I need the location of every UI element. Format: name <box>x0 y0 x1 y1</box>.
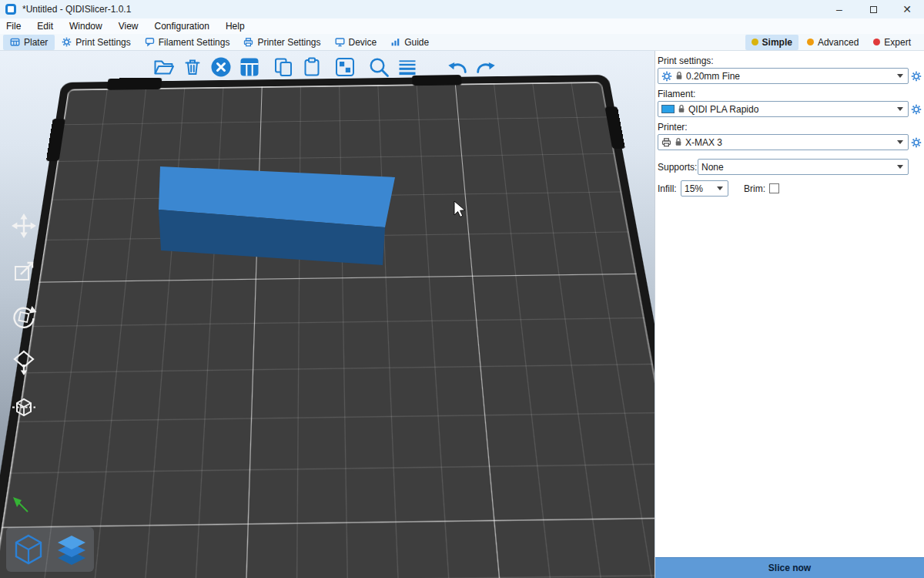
cut-icon <box>9 393 38 422</box>
search-button[interactable] <box>367 55 390 79</box>
menu-help[interactable]: Help <box>226 21 245 32</box>
trash-icon <box>181 55 204 79</box>
copy-button[interactable] <box>272 55 295 79</box>
print-settings-combo[interactable]: 0.20mm Fine <box>658 68 909 84</box>
device-icon <box>335 37 345 47</box>
place-on-face-tool-button[interactable] <box>9 348 38 377</box>
tab-label: Printer Settings <box>257 37 320 48</box>
supports-label: Supports: <box>658 162 698 173</box>
menu-edit[interactable]: Edit <box>37 21 53 32</box>
copy-icon <box>272 55 295 79</box>
preview-button[interactable] <box>52 530 91 569</box>
mode-simple[interactable]: Simple <box>745 35 798 50</box>
filament-settings-icon <box>145 37 155 47</box>
print-bed-grid <box>0 82 654 578</box>
slice-now-button[interactable]: Slice now <box>655 557 924 578</box>
search-icon <box>367 55 390 79</box>
folder-open-icon <box>152 55 176 79</box>
open-project-button[interactable] <box>152 55 176 79</box>
tab-label: Guide <box>404 37 429 48</box>
lock-icon <box>675 71 683 81</box>
chevron-down-icon <box>717 187 723 190</box>
chevron-down-icon <box>897 74 903 78</box>
filament-combo[interactable]: QIDI PLA Rapido <box>658 101 909 117</box>
plater-icon <box>10 37 20 47</box>
infill-combo[interactable]: 15% <box>681 180 728 197</box>
filament-gear-button[interactable] <box>909 104 924 115</box>
mode-label: Simple <box>762 37 792 48</box>
cut-tool-button[interactable] <box>9 393 38 422</box>
redo-icon <box>474 55 497 79</box>
expert-mode-dot-icon <box>873 39 880 45</box>
guide-icon <box>390 37 400 47</box>
plater-toolbar <box>152 54 503 80</box>
scale-icon <box>9 257 38 286</box>
paste-button[interactable] <box>300 55 323 79</box>
print-settings-value: 0.20mm Fine <box>686 71 894 82</box>
print-bed <box>0 75 654 578</box>
chevron-down-icon <box>897 107 903 111</box>
split-icon <box>333 55 357 79</box>
tab-printer-settings[interactable]: Printer Settings <box>236 35 327 50</box>
menu-file[interactable]: File <box>6 21 21 32</box>
rotate-tool-button[interactable] <box>9 302 38 331</box>
split-button[interactable] <box>333 55 357 79</box>
place-on-face-icon <box>9 348 38 377</box>
gear-icon <box>911 104 922 115</box>
move-tool-button[interactable] <box>9 211 38 240</box>
simple-mode-dot-icon <box>752 39 758 45</box>
menu-window[interactable]: Window <box>69 21 102 32</box>
minimize-button[interactable]: – <box>822 0 856 18</box>
advanced-mode-dot-icon <box>807 39 814 45</box>
tab-print-settings[interactable]: Print Settings <box>55 35 137 50</box>
infill-value: 15% <box>685 183 714 194</box>
mode-advanced[interactable]: Advanced <box>801 35 865 50</box>
undo-button[interactable] <box>446 55 469 79</box>
print-settings-gear-button[interactable] <box>909 71 924 82</box>
tab-label: Device <box>349 37 377 48</box>
filament-label: Filament: <box>658 89 924 99</box>
mode-switcher: Simple Advanced Expert <box>745 35 921 50</box>
filament-value: QIDI PLA Rapido <box>688 104 894 115</box>
scale-tool-button[interactable] <box>9 257 38 286</box>
delete-all-button[interactable] <box>209 55 233 79</box>
print-settings-icon <box>62 37 72 47</box>
delete-all-icon <box>209 55 233 79</box>
tab-label: Print Settings <box>75 37 130 48</box>
3d-view-button[interactable] <box>9 530 48 569</box>
printer-gear-button[interactable] <box>909 137 924 148</box>
printer-combo[interactable]: X-MAX 3 <box>658 134 909 150</box>
3d-viewport[interactable] <box>0 51 654 578</box>
delete-button[interactable] <box>181 55 204 79</box>
qidislicer-window: *Untitled - QIDISlicer-1.0.1 – ✕ File Ed… <box>0 0 924 578</box>
maximize-button[interactable] <box>856 0 890 18</box>
cube-icon <box>10 531 47 568</box>
variable-layer-height-button[interactable] <box>396 55 419 79</box>
gizmo-toolbar <box>9 211 38 422</box>
gear-icon <box>911 137 922 148</box>
menu-view[interactable]: View <box>119 21 139 32</box>
redo-button[interactable] <box>474 55 497 79</box>
settings-sidebar: Print settings: 0.20mm Fine Filament: QI… <box>654 51 924 578</box>
mode-label: Expert <box>884 37 911 48</box>
menu-configuration[interactable]: Configuration <box>155 21 209 32</box>
brim-checkbox[interactable] <box>769 183 779 193</box>
printer-settings-icon <box>243 37 253 47</box>
tab-guide[interactable]: Guide <box>383 35 436 50</box>
close-button[interactable]: ✕ <box>890 0 924 18</box>
tab-plater[interactable]: Plater <box>3 35 55 50</box>
window-title: *Untitled - QIDISlicer-1.0.1 <box>22 4 131 15</box>
mode-expert[interactable]: Expert <box>867 35 917 50</box>
gear-icon <box>661 71 672 82</box>
tab-device[interactable]: Device <box>328 35 384 50</box>
rotate-icon <box>9 302 38 331</box>
printer-label: Printer: <box>658 122 924 133</box>
lock-icon <box>678 104 685 114</box>
mode-label: Advanced <box>818 37 859 48</box>
brim-label: Brim: <box>744 183 765 194</box>
filament-color-swatch <box>661 105 675 113</box>
arrange-button[interactable] <box>238 55 261 79</box>
tab-filament-settings[interactable]: Filament Settings <box>138 35 237 50</box>
supports-combo[interactable]: None <box>698 159 909 175</box>
maximize-icon <box>870 6 877 13</box>
